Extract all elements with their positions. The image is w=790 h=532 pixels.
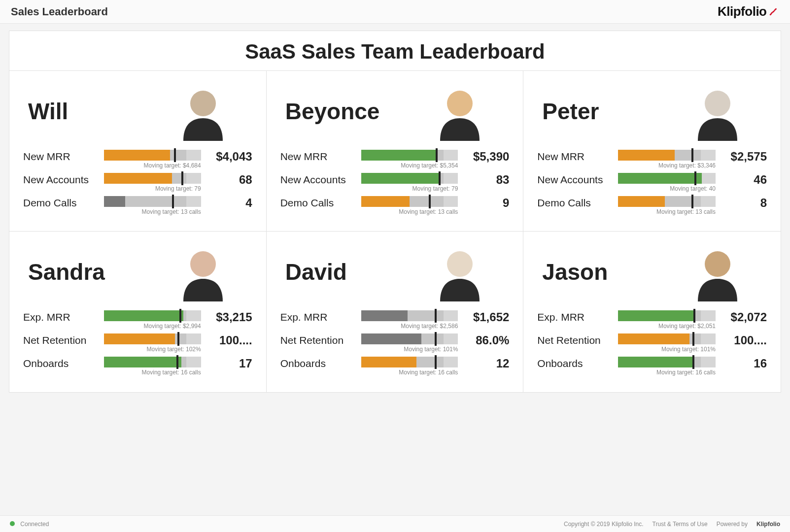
brand-text: Klipfolio bbox=[718, 4, 766, 19]
moving-target-caption: Moving target: $3,346 bbox=[618, 162, 716, 170]
moving-target-caption: Moving target: 40 bbox=[618, 185, 716, 193]
bullet-track bbox=[361, 357, 458, 367]
metric-row: Net RetentionMoving target: 102%100.... bbox=[23, 333, 252, 354]
bullet-marker bbox=[439, 171, 441, 185]
rep-card: Sandra Exp. MRRMoving target: $2,994$3,2… bbox=[9, 232, 267, 392]
rep-name: Jason bbox=[542, 259, 608, 285]
rep-card: Beyonce New MRRMoving target: $5,354$5,3… bbox=[267, 71, 524, 232]
rep-grid: Will New MRRMoving target: $4,684$4,043N… bbox=[9, 71, 781, 392]
metric-value: 68 bbox=[208, 173, 252, 187]
page-title: Sales Leaderboard bbox=[11, 5, 108, 18]
moving-target-caption: Moving target: $4,684 bbox=[104, 162, 201, 170]
bullet-marker bbox=[691, 195, 693, 208]
metric-label: Exp. MRR bbox=[537, 310, 611, 323]
svg-point-1 bbox=[190, 91, 216, 116]
metric-value: 12 bbox=[465, 357, 509, 370]
brand-accent-icon: ⟋ bbox=[767, 4, 780, 19]
bullet-marker bbox=[694, 171, 696, 185]
bullet-chart: Moving target: $4,684 bbox=[104, 150, 201, 170]
footer-terms-link[interactable]: Trust & Terms of Use bbox=[653, 521, 708, 528]
metric-row: Exp. MRRMoving target: $2,994$3,215 bbox=[23, 310, 252, 331]
bullet-marker bbox=[435, 309, 437, 323]
metric-label: New Accounts bbox=[537, 173, 611, 186]
bullet-chart: Moving target: $3,346 bbox=[618, 150, 716, 170]
avatar bbox=[688, 82, 747, 141]
avatar bbox=[173, 242, 233, 301]
moving-target-caption: Moving target: 13 calls bbox=[104, 208, 201, 216]
bullet-bar bbox=[618, 310, 694, 321]
brand-logo[interactable]: Klipfolio⟋ bbox=[718, 4, 779, 19]
metric-value: 86.0% bbox=[465, 333, 509, 347]
svg-point-3 bbox=[447, 91, 473, 116]
rep-name: Will bbox=[28, 98, 68, 125]
metric-row: OnboardsMoving target: 16 calls16 bbox=[537, 357, 767, 377]
metric-row: Exp. MRRMoving target: $2,051$2,072 bbox=[537, 310, 767, 331]
metric-row: New MRRMoving target: $3,346$2,575 bbox=[537, 150, 767, 170]
metric-value: $5,390 bbox=[465, 150, 509, 164]
rep-card: Will New MRRMoving target: $4,684$4,043N… bbox=[9, 71, 267, 232]
bullet-track bbox=[618, 150, 716, 161]
metric-label: New Accounts bbox=[280, 173, 354, 186]
metric-label: Onboards bbox=[537, 357, 611, 369]
bullet-bar bbox=[361, 357, 416, 367]
bullet-marker bbox=[691, 148, 693, 162]
rep-name: Beyonce bbox=[285, 98, 380, 125]
bullet-marker bbox=[429, 195, 431, 208]
bullet-track bbox=[104, 150, 201, 161]
bullet-bar bbox=[104, 310, 183, 321]
footer-powered: Powered by bbox=[717, 521, 748, 528]
avatar bbox=[430, 242, 489, 301]
bullet-chart: Moving target: 13 calls bbox=[361, 196, 458, 216]
bullet-track bbox=[361, 333, 458, 344]
footer: Connected Copyright © 2019 Klipfolio Inc… bbox=[0, 515, 790, 532]
bullet-marker bbox=[693, 309, 695, 323]
bullet-chart: Moving target: 13 calls bbox=[618, 196, 716, 216]
bullet-track bbox=[104, 333, 201, 344]
moving-target-caption: Moving target: 102% bbox=[104, 346, 201, 354]
bullet-chart: Moving target: 101% bbox=[618, 333, 716, 354]
metric-value: 100.... bbox=[722, 333, 767, 347]
moving-target-caption: Moving target: 79 bbox=[361, 185, 458, 193]
metric-row: Demo CallsMoving target: 13 calls9 bbox=[280, 196, 510, 216]
bullet-chart: Moving target: $2,586 bbox=[361, 310, 458, 331]
moving-target-caption: Moving target: $5,354 bbox=[361, 162, 458, 170]
bullet-marker bbox=[692, 332, 694, 346]
bullet-track bbox=[361, 310, 458, 321]
metric-row: Demo CallsMoving target: 13 calls8 bbox=[537, 196, 767, 216]
metric-label: New MRR bbox=[280, 150, 354, 163]
bullet-bar bbox=[361, 150, 437, 161]
bullet-marker bbox=[176, 355, 178, 369]
bullet-bar bbox=[361, 310, 408, 321]
bullet-bar bbox=[618, 173, 702, 184]
bullet-track bbox=[361, 150, 458, 161]
bullet-marker bbox=[172, 195, 174, 208]
leaderboard-panel: SaaS Sales Team Leaderboard Will New MRR… bbox=[9, 31, 781, 393]
metric-label: New Accounts bbox=[23, 173, 97, 186]
metric-row: New MRRMoving target: $5,354$5,390 bbox=[280, 150, 510, 170]
metric-row: OnboardsMoving target: 16 calls12 bbox=[280, 357, 510, 377]
metric-row: New AccountsMoving target: 7968 bbox=[23, 173, 252, 193]
metric-label: New MRR bbox=[537, 150, 611, 163]
bullet-chart: Moving target: 40 bbox=[618, 173, 716, 193]
bullet-track bbox=[361, 196, 458, 207]
metric-value: $2,072 bbox=[722, 310, 767, 324]
moving-target-caption: Moving target: $2,586 bbox=[361, 323, 458, 331]
bullet-marker bbox=[435, 332, 437, 346]
connection-text: Connected bbox=[20, 521, 49, 528]
moving-target-caption: Moving target: 16 calls bbox=[361, 369, 458, 377]
bullet-chart: Moving target: $2,994 bbox=[104, 310, 201, 331]
connection-status: Connected bbox=[10, 521, 49, 528]
bullet-chart: Moving target: 79 bbox=[361, 173, 458, 193]
bullet-chart: Moving target: 101% bbox=[361, 333, 458, 354]
metric-label: Exp. MRR bbox=[280, 310, 354, 323]
bullet-bar bbox=[104, 357, 181, 367]
metric-value: 83 bbox=[465, 173, 509, 187]
bullet-chart: Moving target: 16 calls bbox=[361, 357, 458, 377]
bullet-marker bbox=[174, 148, 176, 162]
metric-label: Onboards bbox=[280, 357, 354, 369]
metric-row: New AccountsMoving target: 7983 bbox=[280, 173, 510, 193]
bullet-track bbox=[618, 310, 716, 321]
bullet-bar bbox=[104, 196, 125, 207]
rep-name: Peter bbox=[542, 98, 599, 125]
topbar: Sales Leaderboard Klipfolio⟋ bbox=[0, 0, 790, 24]
